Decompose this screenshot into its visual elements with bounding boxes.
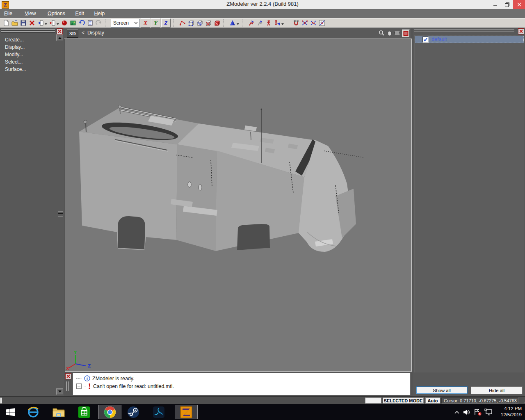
- maximize-viewport-icon[interactable]: [402, 30, 410, 37]
- taskbar-3d-app-icon[interactable]: [152, 405, 166, 419]
- restore-button[interactable]: [501, 0, 513, 9]
- create-primitive-icon[interactable]: [228, 19, 237, 27]
- taskbar-zmodeler-button[interactable]: [175, 405, 198, 419]
- close-icon: [66, 374, 70, 378]
- polygons-mode-icon[interactable]: [195, 19, 204, 27]
- splitter-handle[interactable]: [58, 211, 63, 217]
- taskbar-ie-icon[interactable]: [26, 405, 40, 419]
- objects-mode-icon[interactable]: [212, 19, 221, 27]
- menu-item-help[interactable]: Help: [90, 9, 109, 18]
- delete-icon[interactable]: [27, 19, 36, 27]
- scroll-down-button[interactable]: [56, 388, 63, 395]
- viewport-canvas[interactable]: Y X Z: [65, 39, 412, 372]
- faces-mode-icon[interactable]: [204, 19, 212, 27]
- gizmo-z-label: Z: [88, 364, 91, 368]
- log-entry-info: ZModeler is ready.: [76, 375, 135, 381]
- primitive-dropdown-icon[interactable]: [237, 23, 239, 26]
- scene-grip[interactable]: [414, 30, 514, 31]
- start-button[interactable]: [3, 405, 17, 419]
- weld-vertices-icon[interactable]: [300, 19, 309, 27]
- hide-all-button[interactable]: Hide all: [471, 386, 523, 394]
- open-file-icon[interactable]: [10, 19, 19, 27]
- export-dropdown-icon[interactable]: [57, 23, 59, 26]
- sidebar-item-select[interactable]: Select...: [0, 58, 56, 66]
- menu-item-view[interactable]: View: [21, 9, 40, 18]
- menu-item-options[interactable]: Options: [43, 9, 69, 18]
- import-dropdown-icon[interactable]: [45, 23, 47, 26]
- material-editor-icon[interactable]: [60, 19, 68, 27]
- arrow-up-icon: [58, 35, 62, 39]
- skin-dropdown-icon[interactable]: [281, 23, 284, 26]
- screen-mode-select[interactable]: Screen: [111, 19, 139, 27]
- scene-grip[interactable]: [414, 32, 514, 33]
- chrome-icon: [104, 406, 116, 418]
- new-file-icon[interactable]: [2, 19, 10, 27]
- ie-icon: [27, 406, 39, 418]
- gizmo-x-label: X: [66, 366, 69, 370]
- taskbar-store-icon[interactable]: [77, 405, 91, 419]
- expand-icon[interactable]: [76, 383, 82, 389]
- unweld-vertices-icon[interactable]: [309, 19, 317, 27]
- sidebar-close-button[interactable]: [57, 28, 63, 34]
- viewport-view-name[interactable]: Display: [87, 30, 104, 36]
- alert-flag-icon[interactable]: [472, 405, 483, 419]
- clock[interactable]: 4:12 PM 12/5/2019: [493, 406, 522, 418]
- menu-item-edit[interactable]: Edit: [71, 9, 89, 18]
- sidebar-item-create[interactable]: Create...: [0, 36, 56, 43]
- bone-attach-icon[interactable]: [247, 19, 256, 27]
- log-window-icon[interactable]: [86, 19, 94, 27]
- close-button[interactable]: [513, 0, 525, 9]
- viewport-back-button[interactable]: <: [82, 30, 84, 36]
- screen-mode-value: Screen: [111, 20, 133, 26]
- scene-item-checkbox[interactable]: [422, 37, 429, 43]
- taskbar-explorer-icon[interactable]: [52, 405, 66, 419]
- gizmo-y-label: Y: [73, 350, 77, 355]
- edges-mode-icon[interactable]: [187, 19, 195, 27]
- scene-item-default[interactable]: default: [415, 36, 524, 43]
- windows-logo-icon: [5, 407, 16, 418]
- toolbar: Screen X Y Z: [0, 18, 525, 28]
- minimize-icon: [493, 2, 498, 7]
- pan-tool-icon[interactable]: [386, 30, 393, 37]
- scroll-up-button[interactable]: [56, 34, 63, 41]
- tray-expand-icon[interactable]: [453, 405, 461, 419]
- log-close-button[interactable]: [65, 373, 71, 379]
- vertices-mode-icon[interactable]: [178, 19, 187, 27]
- taskbar-chrome-button[interactable]: [98, 405, 121, 419]
- viewport-mode-button[interactable]: 3D: [67, 29, 78, 38]
- magnet-tool-icon[interactable]: [292, 19, 300, 27]
- taskbar-steam-icon[interactable]: [126, 405, 140, 419]
- texture-browser-icon[interactable]: [68, 19, 77, 27]
- resize-grip-icon[interactable]: [520, 399, 524, 403]
- undo-icon[interactable]: [77, 19, 86, 27]
- menu-item-file[interactable]: File: [0, 9, 16, 18]
- zoom-tool-icon[interactable]: [378, 30, 385, 37]
- volume-icon[interactable]: [462, 405, 472, 419]
- sidebar-item-modify[interactable]: Modify...: [0, 51, 56, 58]
- import-icon[interactable]: [36, 19, 45, 27]
- export-icon[interactable]: [48, 19, 57, 27]
- log-grip[interactable]: [66, 381, 68, 391]
- sidebar-item-surface[interactable]: Surface...: [0, 66, 56, 73]
- show-all-button[interactable]: Show all: [416, 386, 468, 394]
- axis-z-button[interactable]: Z: [161, 18, 171, 27]
- log-grip[interactable]: [68, 381, 70, 391]
- skeleton-tool-icon[interactable]: [264, 19, 273, 27]
- minimize-button[interactable]: [489, 0, 501, 9]
- sidebar-grip[interactable]: [1, 31, 55, 33]
- restore-icon: [505, 2, 509, 7]
- bone-detach-icon[interactable]: [256, 19, 264, 27]
- scene-close-button[interactable]: [518, 28, 524, 34]
- axis-x-button[interactable]: X: [141, 18, 150, 27]
- sidebar-grip[interactable]: [1, 29, 55, 31]
- region-select-icon[interactable]: [394, 30, 401, 37]
- toolbar-separator: [105, 19, 108, 27]
- app-icon: Z: [2, 1, 9, 9]
- sidebar-item-display[interactable]: Display...: [0, 43, 56, 51]
- snap-grid-icon[interactable]: [317, 19, 326, 27]
- auto-toggle[interactable]: Auto: [425, 397, 440, 404]
- axis-y-button[interactable]: Y: [151, 18, 160, 27]
- network-icon[interactable]: [483, 405, 494, 419]
- skin-tool-icon[interactable]: [273, 19, 281, 27]
- save-file-icon[interactable]: [19, 19, 27, 27]
